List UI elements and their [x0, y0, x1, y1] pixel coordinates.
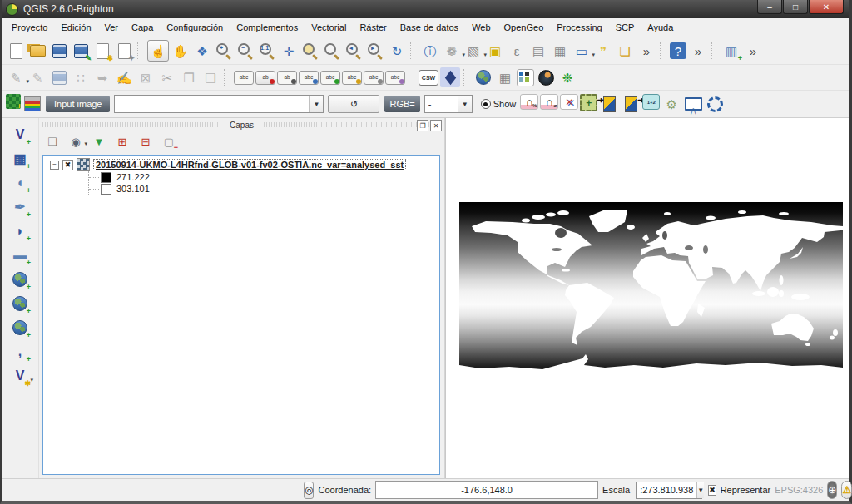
add-raster-layer-icon[interactable]: ▦+: [10, 149, 30, 169]
scale-combo[interactable]: :273.810.938 ▼: [636, 482, 702, 499]
scp-show-radio[interactable]: [481, 99, 491, 109]
open-project-icon[interactable]: [27, 41, 47, 61]
add-wms-layer-icon[interactable]: +: [10, 269, 30, 289]
scp-settings-wrench-icon[interactable]: ⚙: [661, 94, 681, 114]
menu-item-opengeo[interactable]: OpenGeo: [498, 20, 551, 35]
scp-scatter-plot-icon[interactable]: [560, 94, 578, 110]
scp-histogram-sigma-icon[interactable]: σ: [540, 94, 558, 110]
toggle-editing-icon[interactable]: ✎: [27, 67, 47, 87]
menu-item-processing[interactable]: Processing: [550, 20, 608, 35]
label-move-icon[interactable]: abc: [320, 71, 340, 85]
layer-visibility-checkbox[interactable]: ✖: [62, 160, 73, 170]
add-wfs-layer-icon[interactable]: +: [10, 318, 30, 338]
scp-roi-stamp-icon[interactable]: [580, 94, 597, 111]
layer-row[interactable]: − ✖ 20150914-UKMO-L4HRfnd-GLOB-v01-fv02-…: [45, 158, 438, 171]
scp-help-ring-icon[interactable]: [705, 94, 725, 114]
add-wcs-layer-icon[interactable]: +: [10, 294, 30, 314]
scp-input-image-combo[interactable]: ▼: [114, 95, 324, 113]
manage-visibility-icon[interactable]: ◉▾: [67, 133, 84, 150]
menu-item-base-de-datos[interactable]: Base de datos: [394, 20, 465, 35]
touch-zoom-pan-icon[interactable]: ☝: [147, 40, 169, 62]
combo-caret-icon[interactable]: ▼: [696, 482, 704, 498]
menu-item-vectorial[interactable]: Vectorial: [305, 20, 353, 35]
add-delimited-text-layer-icon[interactable]: ,+: [10, 342, 30, 362]
label-show-hide-icon[interactable]: abc: [299, 71, 319, 85]
add-feature-icon[interactable]: ∷: [71, 67, 91, 87]
field-calculator-icon[interactable]: ▦: [550, 41, 570, 61]
menu-item-capa[interactable]: Capa: [125, 20, 160, 35]
scp-export-classification-icon[interactable]: ➜: [621, 94, 641, 114]
save-project-as-icon[interactable]: ✎: [71, 41, 91, 61]
abacus-image-icon[interactable]: ▦: [495, 67, 515, 87]
menu-item-ráster[interactable]: Ráster: [353, 20, 393, 35]
move-feature-icon[interactable]: ➥: [92, 67, 112, 87]
save-project-icon[interactable]: [49, 41, 69, 61]
csw-catalog-icon[interactable]: CSW: [419, 70, 438, 86]
label-pin-icon[interactable]: ab: [255, 71, 275, 85]
refresh-icon[interactable]: ↻: [387, 41, 407, 61]
help-contents-icon[interactable]: ?: [670, 42, 686, 59]
zoom-native-icon[interactable]: 1:1: [257, 41, 277, 61]
layers-panel-titlebar[interactable]: Capas ❐ ✕: [39, 118, 444, 131]
panel-close-button[interactable]: ✕: [430, 120, 442, 131]
collapse-all-icon[interactable]: ⊟: [137, 133, 154, 150]
save-layer-edits-icon[interactable]: [49, 67, 69, 87]
scp-refresh-button[interactable]: ↺: [328, 95, 379, 113]
deselect-all-icon[interactable]: ▣: [485, 41, 505, 61]
identify-icon[interactable]: ⓘ: [420, 41, 440, 61]
scp-bandset-icon[interactable]: +: [6, 94, 21, 109]
zoom-next-icon[interactable]: ▸: [365, 41, 385, 61]
composer-manager-icon[interactable]: ✦: [114, 41, 134, 61]
zoom-to-layer-icon[interactable]: [322, 41, 342, 61]
pan-to-selection-icon[interactable]: ❖: [192, 41, 212, 61]
render-checkbox[interactable]: ✖: [708, 485, 716, 496]
toolbar-overflow-icon[interactable]: »: [637, 41, 656, 61]
menu-item-configuración[interactable]: Configuración: [160, 20, 230, 35]
copy-features-icon[interactable]: ❐: [179, 67, 199, 87]
maximize-button[interactable]: □: [783, 0, 808, 14]
filter-legend-icon[interactable]: ▼: [91, 133, 107, 150]
layer-name[interactable]: 20150914-UKMO-L4HRfnd-GLOB-v01-fv02-OSTI…: [93, 159, 406, 170]
map-tips-icon[interactable]: ❞: [593, 41, 613, 61]
add-vector-layer-icon[interactable]: V+: [10, 125, 30, 145]
web-globe-icon[interactable]: [473, 67, 493, 87]
menu-item-ayuda[interactable]: Ayuda: [641, 20, 680, 35]
zoom-to-selection-icon[interactable]: [300, 41, 320, 61]
current-edits-icon[interactable]: ✎▾: [6, 67, 26, 87]
ostia-plugin-icon[interactable]: [536, 67, 556, 87]
attribute-table-icon[interactable]: ▤: [528, 41, 548, 61]
scp-rgb-stack-icon[interactable]: [22, 94, 42, 114]
label-properties-icon[interactable]: abc: [385, 71, 405, 85]
combo-caret-icon[interactable]: ▼: [309, 96, 323, 112]
menu-item-scp[interactable]: SCP: [609, 20, 641, 35]
crs-status-icon[interactable]: ⊕: [827, 481, 837, 499]
new-project-icon[interactable]: [6, 41, 26, 61]
zoom-in-icon[interactable]: +: [214, 41, 234, 61]
menu-item-proyecto[interactable]: Proyecto: [5, 20, 54, 35]
remove-layer-icon[interactable]: ▢−: [161, 133, 177, 150]
add-postgis-layer-icon[interactable]: ◖+: [10, 173, 30, 193]
cut-features-icon[interactable]: ✂: [157, 67, 177, 87]
toggle-extents-icon[interactable]: ◎: [304, 482, 314, 499]
menu-item-complementos[interactable]: Complementos: [230, 20, 305, 35]
paste-features-icon[interactable]: ❏: [201, 67, 220, 87]
label-settings-icon[interactable]: abc: [234, 71, 254, 85]
zoom-last-icon[interactable]: ◂: [344, 41, 364, 61]
delete-selected-icon[interactable]: ⊠: [136, 67, 156, 87]
zoom-full-icon[interactable]: ✛: [279, 41, 299, 61]
layers-tree[interactable]: − ✖ 20150914-UKMO-L4HRfnd-GLOB-v01-fv02-…: [42, 155, 440, 475]
select-by-expression-icon[interactable]: ε: [507, 41, 527, 61]
menu-item-web[interactable]: Web: [465, 20, 497, 35]
toolbar-overflow-icon[interactable]: »: [743, 41, 763, 61]
feature-action-icon[interactable]: ❁▾: [442, 41, 462, 61]
scp-histogram-percent-icon[interactable]: %: [520, 94, 538, 110]
measure-icon[interactable]: ▭▾: [572, 41, 592, 61]
add-mssql-layer-icon[interactable]: ◗+: [10, 221, 30, 241]
panel-float-button[interactable]: ❐: [417, 120, 428, 131]
label-change-icon[interactable]: abc: [364, 71, 384, 85]
menu-item-ver[interactable]: Ver: [98, 20, 126, 35]
new-bookmark-icon[interactable]: ❏: [615, 41, 635, 61]
plugin-layers-icon[interactable]: ▥+: [721, 41, 741, 61]
geoserver-icon[interactable]: [440, 67, 460, 87]
label-rotate-icon[interactable]: abc: [342, 71, 362, 85]
